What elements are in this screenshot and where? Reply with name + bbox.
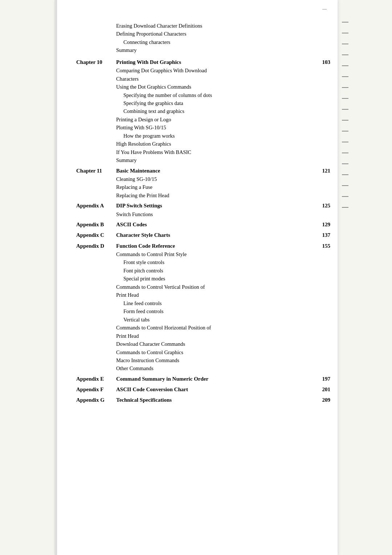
page-mark bbox=[342, 76, 348, 77]
toc-entry: Line feed controls bbox=[116, 299, 312, 307]
toc-entry: Font pitch controls bbox=[116, 267, 312, 275]
toc-entry: Cleaning SG-10/15 bbox=[116, 175, 312, 183]
toc-section-page: 155 bbox=[312, 242, 330, 373]
toc-entry: Form feed controls bbox=[116, 307, 312, 315]
toc-entry: Vertical tabs bbox=[116, 316, 312, 324]
toc-section-page: 209 bbox=[312, 396, 330, 404]
toc-entry: Commands to Control Print Style bbox=[116, 250, 312, 258]
toc-section-title: ASCII Code Conversion Chart bbox=[116, 386, 188, 392]
toc-section-content: Function Code ReferenceCommands to Contr… bbox=[116, 242, 312, 373]
page-mark bbox=[342, 163, 348, 164]
page-mark bbox=[342, 142, 348, 142]
toc-section-content: DIP Switch SettingsSwitch Functions bbox=[116, 202, 312, 218]
toc-section-label: Appendix C bbox=[76, 231, 116, 239]
toc-entry: Front style controls bbox=[116, 258, 312, 266]
toc-section-title: Character Style Charts bbox=[116, 232, 170, 238]
toc-section-content: ASCII Codes bbox=[116, 220, 312, 229]
page-mark bbox=[342, 54, 348, 55]
page-mark bbox=[342, 98, 348, 99]
toc-entry: Switch Functions bbox=[116, 210, 312, 218]
toc-section-row: Appendix ECommand Summary in Numeric Ord… bbox=[76, 375, 330, 383]
toc-entry: Printing a Design or Logo bbox=[116, 116, 312, 123]
page-mark bbox=[342, 22, 348, 23]
toc-entry: Specifying the number of columns of dots bbox=[116, 91, 312, 99]
toc-section-title: Technical Specifications bbox=[116, 397, 172, 403]
preamble-line: Defining Proportional Characters bbox=[116, 30, 323, 38]
toc-entry: How the program works bbox=[116, 132, 312, 140]
toc-section-content: Command Summary in Numeric Order bbox=[116, 375, 312, 383]
toc-entry: Special print modes bbox=[116, 275, 312, 283]
preamble-section: Erasing Download Character DefinitionsDe… bbox=[116, 22, 323, 54]
toc-section-page: 125 bbox=[312, 202, 330, 218]
page-mark bbox=[342, 65, 348, 66]
toc-section-page: 201 bbox=[312, 385, 330, 394]
toc-entry: Download Character Commands bbox=[116, 340, 312, 348]
toc-entry: Commands to Control Vertical Position of bbox=[116, 283, 312, 291]
toc-section-page: 103 bbox=[312, 58, 330, 165]
toc-entry: Summary bbox=[116, 156, 312, 164]
toc-section-label: Appendix G bbox=[76, 396, 116, 404]
toc-section-label: Appendix B bbox=[76, 220, 116, 229]
toc-section-row: Appendix ADIP Switch SettingsSwitch Func… bbox=[76, 202, 330, 218]
page-marks bbox=[342, 22, 348, 208]
toc-section-content: Technical Specifications bbox=[116, 396, 312, 404]
toc-entry: Combining text and graphics bbox=[116, 107, 312, 115]
page-mark bbox=[342, 196, 348, 197]
toc-section-label: Appendix D bbox=[76, 242, 116, 373]
toc-section-page: 129 bbox=[312, 220, 330, 229]
page-mark bbox=[342, 185, 348, 186]
top-corner-annotation: ― bbox=[322, 7, 327, 12]
toc-section-label: Chapter 11 bbox=[76, 167, 116, 200]
toc-entry: Plotting With SG-10/15 bbox=[116, 123, 312, 131]
spacer-row bbox=[76, 405, 330, 407]
toc-section-content: Printing With Dot GraphicsComparing Dot … bbox=[116, 58, 312, 165]
toc-entry: Macro Instruction Commands bbox=[116, 356, 312, 364]
toc-section-title: Function Code Reference bbox=[116, 243, 175, 249]
preamble-line: Summary bbox=[116, 46, 323, 54]
preamble-line: Erasing Download Character Definitions bbox=[116, 22, 323, 30]
toc-section-page: 197 bbox=[312, 375, 330, 383]
toc-section-row: Chapter 10Printing With Dot GraphicsComp… bbox=[76, 58, 330, 165]
toc-entry: If You Have Problems With BASIC bbox=[116, 148, 312, 156]
toc-section-title: Printing With Dot Graphics bbox=[116, 59, 181, 65]
toc-entry: Commands to Control Graphics bbox=[116, 348, 312, 356]
toc-section-row: Chapter 11Basic MaintenanceCleaning SG-1… bbox=[76, 167, 330, 200]
page-mark bbox=[342, 207, 348, 208]
page-mark bbox=[342, 44, 348, 44]
page-mark bbox=[342, 87, 348, 88]
toc-table: Chapter 10Printing With Dot GraphicsComp… bbox=[76, 58, 330, 407]
toc-section-content: Basic MaintenanceCleaning SG-10/15Replac… bbox=[116, 167, 312, 200]
toc-section-page: 121 bbox=[312, 167, 330, 200]
toc-section-title: Basic Maintenance bbox=[116, 168, 160, 174]
toc-section-content: Character Style Charts bbox=[116, 231, 312, 239]
toc-section-title: ASCII Codes bbox=[116, 222, 147, 227]
toc-entry: Characters bbox=[116, 75, 312, 83]
toc-entry: Print Head bbox=[116, 332, 312, 340]
toc-entry: Using the Dot Graphics Commands bbox=[116, 83, 312, 91]
toc-section-row: Appendix GTechnical Specifications209 bbox=[76, 396, 330, 404]
toc-section-label: Chapter 10 bbox=[76, 58, 116, 165]
toc-entry: Replacing the Print Head bbox=[116, 191, 312, 199]
toc-entry: High Resolution Graphics bbox=[116, 140, 312, 148]
page-mark bbox=[342, 174, 348, 175]
page-mark bbox=[342, 109, 348, 110]
page-mark bbox=[342, 33, 348, 33]
toc-entry: Specifying the graphics data bbox=[116, 99, 312, 107]
toc-section-row: Appendix FASCII Code Conversion Chart201 bbox=[76, 385, 330, 394]
toc-section-label: Appendix F bbox=[76, 385, 116, 394]
toc-section-label: Appendix E bbox=[76, 375, 116, 383]
toc-entry: Replacing a Fuse bbox=[116, 183, 312, 191]
toc-section-title: DIP Switch Settings bbox=[116, 203, 162, 208]
page-mark bbox=[342, 120, 348, 121]
toc-section-page: 137 bbox=[312, 231, 330, 239]
page: ― Erasing Download Character Definitions… bbox=[54, 0, 338, 555]
page-mark bbox=[342, 131, 348, 131]
toc-section-row: Appendix CCharacter Style Charts137 bbox=[76, 231, 330, 239]
toc-section-row: Appendix BASCII Codes129 bbox=[76, 220, 330, 229]
preamble-line: Connecting characters bbox=[116, 38, 323, 46]
toc-entry: Comparing Dot Grapphics With Download bbox=[116, 66, 312, 74]
toc-entry: Print Head bbox=[116, 291, 312, 299]
toc-section-content: ASCII Code Conversion Chart bbox=[116, 385, 312, 394]
toc-section-label: Appendix A bbox=[76, 202, 116, 218]
page-mark bbox=[342, 153, 348, 153]
